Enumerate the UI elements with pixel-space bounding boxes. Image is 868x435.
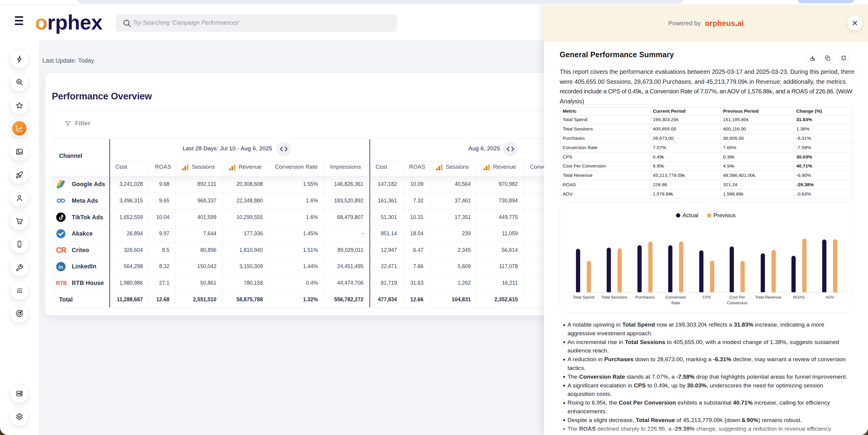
svg-text:CR: CR	[56, 246, 66, 254]
svg-text:in: in	[59, 264, 63, 270]
svg-text:RTB: RTB	[56, 280, 67, 286]
